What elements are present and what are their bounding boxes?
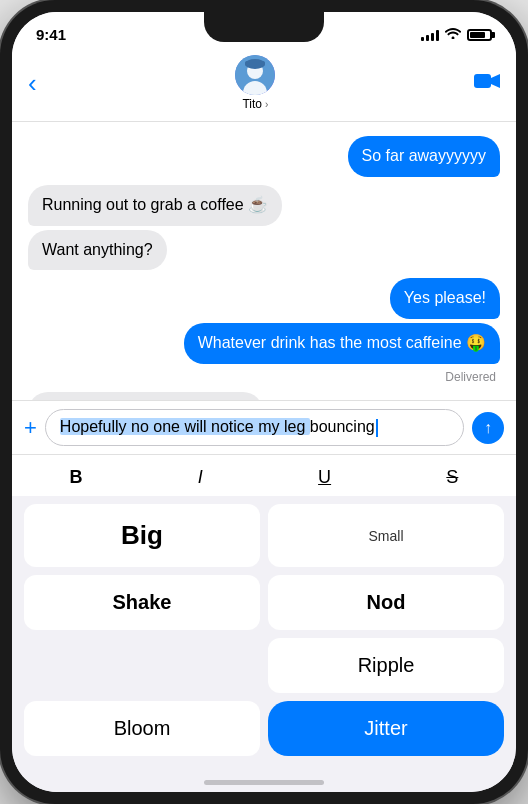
strikethrough-button[interactable]: S [434, 463, 470, 492]
message-5: Whatever drink has the most caffeine 🤑 [184, 323, 500, 364]
avatar [235, 55, 275, 95]
send-icon: ↑ [484, 419, 492, 437]
contact-header[interactable]: Tito › [235, 55, 275, 111]
chat-area: So far awayyyyyy Running out to grab a c… [12, 122, 516, 400]
format-toolbar: B I U S [12, 454, 516, 496]
message-status: Delivered [445, 370, 496, 384]
message-3: Want anything? [28, 230, 167, 271]
message-2: Running out to grab a coffee ☕ [28, 185, 282, 226]
signal-icon [421, 29, 439, 41]
italic-button[interactable]: I [186, 463, 215, 492]
wifi-icon [445, 27, 461, 42]
effect-shake-button[interactable]: Shake [24, 575, 260, 630]
effect-ripple-button[interactable]: Ripple [268, 638, 504, 693]
battery-icon [467, 29, 492, 41]
input-area: + Hopefully no one will notice my leg bo… [12, 400, 516, 454]
message-input[interactable]: Hopefully no one will notice my leg boun… [45, 409, 464, 446]
contact-name: Tito › [242, 97, 268, 111]
effect-bloom-button[interactable]: Bloom [24, 701, 260, 756]
contact-chevron: › [265, 99, 268, 110]
effects-grid: Big Small Shake Nod Ripple Bloom Jitter [24, 504, 504, 756]
home-indicator [12, 772, 516, 792]
phone-screen: 9:41 [12, 12, 516, 792]
home-bar [204, 780, 324, 785]
effect-jitter-button[interactable]: Jitter [268, 701, 504, 756]
nav-bar: ‹ Tito › [12, 49, 516, 122]
effect-big-button[interactable]: Big [24, 504, 260, 567]
bold-button[interactable]: B [58, 463, 95, 492]
notch [204, 12, 324, 42]
status-time: 9:41 [36, 26, 66, 43]
back-button[interactable]: ‹ [28, 68, 37, 99]
svg-rect-4 [245, 61, 265, 66]
status-icons [421, 27, 492, 42]
effect-ripple-spacer [24, 638, 260, 693]
underline-button[interactable]: U [306, 463, 343, 492]
effect-small-button[interactable]: Small [268, 504, 504, 567]
message-1: So far awayyyyyy [348, 136, 500, 177]
send-button[interactable]: ↑ [472, 412, 504, 444]
effects-panel: Big Small Shake Nod Ripple Bloom Jitter [12, 496, 516, 772]
message-7: One triple shot coming up ☕ [28, 392, 263, 400]
effect-nod-button[interactable]: Nod [268, 575, 504, 630]
video-call-button[interactable] [474, 72, 500, 95]
add-attachment-button[interactable]: + [24, 415, 37, 441]
svg-rect-5 [474, 74, 491, 88]
input-text: Hopefully no one will notice my leg boun… [60, 418, 449, 437]
message-4: Yes please! [390, 278, 500, 319]
phone-frame: 9:41 [0, 0, 528, 804]
